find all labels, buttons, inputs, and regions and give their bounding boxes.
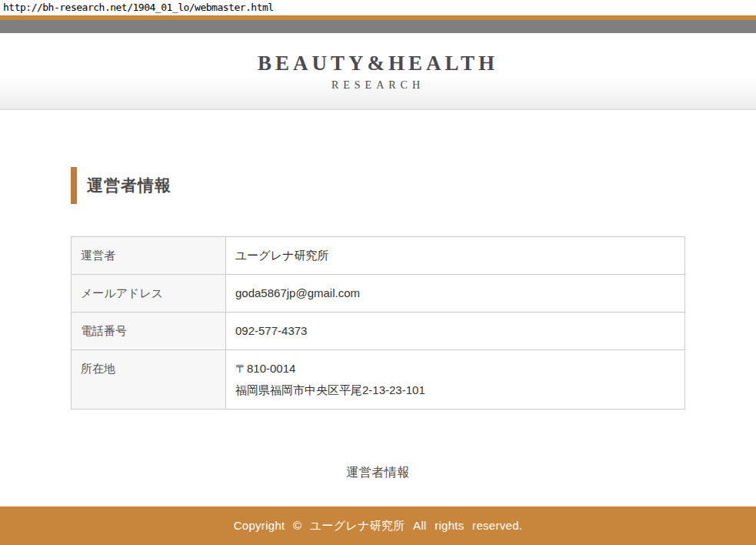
table-row-operator: 運営者 ユーグレナ研究所 <box>72 237 685 275</box>
site-logo-subtitle: RESEARCH <box>0 79 756 92</box>
address-street: 福岡県福岡市中央区平尾2-13-23-101 <box>235 379 675 401</box>
row-label: メールアドレス <box>72 275 226 313</box>
table-row-address: 所在地 〒810-0014 福岡県福岡市中央区平尾2-13-23-101 <box>72 350 685 410</box>
operator-info-table: 運営者 ユーグレナ研究所 メールアドレス goda5867jp@gmail.co… <box>71 236 685 410</box>
row-label: 所在地 <box>72 350 226 410</box>
row-value: 〒810-0014 福岡県福岡市中央区平尾2-13-23-101 <box>226 350 685 410</box>
copyright-text: Copyright © ユーグレナ研究所 All rights reserved… <box>0 507 756 545</box>
row-value: 092-577-4373 <box>226 313 685 350</box>
site-header: BEAUTY&HEALTH RESEARCH <box>0 33 756 110</box>
table-row-email: メールアドレス goda5867jp@gmail.com <box>72 275 685 313</box>
footer-nav: 運営者情報 <box>71 465 685 481</box>
main-content: 運営者情報 運営者 ユーグレナ研究所 メールアドレス goda5867jp@gm… <box>0 110 756 507</box>
top-gray-bar <box>0 20 756 33</box>
row-label: 運営者 <box>72 237 226 275</box>
page-title: 運営者情報 <box>71 167 685 204</box>
footer-nav-link-operator-info[interactable]: 運営者情報 <box>346 465 410 481</box>
site-footer: Copyright © ユーグレナ研究所 All rights reserved… <box>0 507 756 545</box>
table-row-phone: 電話番号 092-577-4373 <box>72 313 685 350</box>
page-url-text: http://bh-research.net/1904_01_lo/webmas… <box>0 0 756 15</box>
site-logo: BEAUTY&HEALTH <box>0 52 756 75</box>
row-label: 電話番号 <box>72 313 226 350</box>
row-value: ユーグレナ研究所 <box>226 237 685 275</box>
row-value: goda5867jp@gmail.com <box>226 275 685 313</box>
address-postal-code: 〒810-0014 <box>235 358 675 379</box>
